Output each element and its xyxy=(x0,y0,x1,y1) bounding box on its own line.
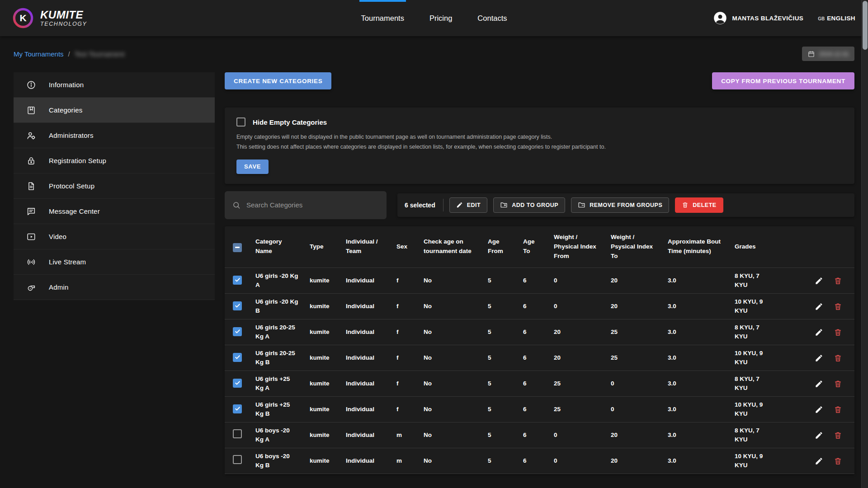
table-row[interactable]: U6 girls +25 Kg B kumite Individual f No… xyxy=(225,397,854,422)
delete-button[interactable]: DELETE xyxy=(675,197,723,213)
cell-bout-time: 3.0 xyxy=(662,268,729,294)
row-checkbox[interactable] xyxy=(233,429,242,438)
cell-type: kumite xyxy=(304,397,340,422)
table-row[interactable]: U6 girls -20 Kg B kumite Individual f No… xyxy=(225,294,854,319)
sidebar-item-categories[interactable]: Categories xyxy=(14,98,215,123)
cell-individual-team: Individual xyxy=(340,319,391,345)
cell-sex: f xyxy=(391,345,418,371)
search-categories-input[interactable] xyxy=(246,201,379,209)
selected-count: 6 selected xyxy=(405,202,435,209)
col-header-age-to: Age To xyxy=(518,226,548,268)
table-row[interactable]: U6 girls 20-25 Kg A kumite Individual f … xyxy=(225,319,854,345)
cell-grades: 8 KYU, 7 KYU xyxy=(729,422,778,448)
search-categories-box[interactable] xyxy=(225,191,387,219)
edit-row-icon[interactable] xyxy=(811,376,826,391)
table-row[interactable]: U6 boys -20 Kg A kumite Individual m No … xyxy=(225,422,854,448)
delete-row-icon[interactable] xyxy=(830,273,845,288)
add-to-group-button[interactable]: ADD TO GROUP xyxy=(493,197,565,213)
create-new-categories-button[interactable]: CREATE NEW CATEGORIES xyxy=(225,72,331,89)
delete-row-icon[interactable] xyxy=(830,427,845,443)
cell-type: kumite xyxy=(304,294,340,319)
cell-category-name: U6 boys -20 Kg A xyxy=(250,422,304,448)
table-row[interactable]: U6 boys -20 Kg B kumite Individual m No … xyxy=(225,448,854,474)
sidebar-item-administrators[interactable]: Administrators xyxy=(14,123,215,148)
remove-from-groups-button[interactable]: REMOVE FROM GROUPS xyxy=(571,197,669,213)
brand[interactable]: K KUMITE TECHNOLOGY xyxy=(13,0,352,36)
search-icon xyxy=(232,201,241,210)
sidebar-item-message-center[interactable]: Message Center xyxy=(14,199,215,224)
tournament-date-chip[interactable]: 2024-12-31 xyxy=(802,47,855,61)
row-checkbox[interactable] xyxy=(233,379,242,388)
delete-row-icon[interactable] xyxy=(830,324,845,340)
check-icon xyxy=(235,380,241,386)
cell-weight-from: 0 xyxy=(548,448,605,474)
sidebar-item-admin[interactable]: Admin xyxy=(14,275,215,300)
sidebar-item-live-stream[interactable]: Live Stream xyxy=(14,249,215,275)
user-name[interactable]: MANTAS BLAŽEVIČIUS xyxy=(732,15,804,22)
edit-row-icon[interactable] xyxy=(811,427,826,443)
row-checkbox[interactable] xyxy=(233,353,242,362)
edit-row-icon[interactable] xyxy=(811,299,826,314)
nav-tournaments[interactable]: Tournaments xyxy=(352,0,413,36)
edit-row-icon[interactable] xyxy=(811,324,826,340)
sidebar-item-registration-setup[interactable]: Registration Setup xyxy=(14,148,215,174)
edit-row-icon[interactable] xyxy=(811,453,826,469)
copy-from-previous-tournament-button[interactable]: COPY FROM PREVIOUS TOURNAMENT xyxy=(712,72,854,89)
edit-row-icon[interactable] xyxy=(811,273,826,288)
edit-row-icon[interactable] xyxy=(811,350,826,366)
table-row[interactable]: U6 girls -20 Kg A kumite Individual f No… xyxy=(225,268,854,294)
cell-check-age: No xyxy=(418,397,482,422)
page-actions-row: CREATE NEW CATEGORIES COPY FROM PREVIOUS… xyxy=(225,72,854,89)
cell-age-from: 5 xyxy=(482,422,518,448)
nav-pricing[interactable]: Pricing xyxy=(420,0,461,36)
info-icon xyxy=(26,80,36,90)
language-selector[interactable]: GB ENGLISH xyxy=(818,15,855,22)
cell-age-from: 5 xyxy=(482,268,518,294)
main-nav: Tournaments Pricing Contacts xyxy=(352,0,516,36)
cell-grades: 8 KYU, 7 KYU xyxy=(729,371,778,397)
cell-category-name: U6 girls 20-25 Kg A xyxy=(250,319,304,345)
delete-row-icon[interactable] xyxy=(830,299,845,314)
account-avatar-icon[interactable] xyxy=(713,11,727,25)
hide-empty-categories-row[interactable]: Hide Empty Categories xyxy=(236,117,843,127)
cell-category-name: U6 girls +25 Kg B xyxy=(250,397,304,422)
edit-row-icon[interactable] xyxy=(811,402,826,417)
nav-contacts[interactable]: Contacts xyxy=(468,0,516,36)
hide-empty-categories-checkbox[interactable] xyxy=(236,117,245,127)
row-checkbox[interactable] xyxy=(233,404,242,413)
sidebar-item-protocol-setup[interactable]: Protocol Setup xyxy=(14,174,215,199)
delete-row-icon[interactable] xyxy=(830,376,845,391)
cell-weight-from: 0 xyxy=(548,294,605,319)
svg-text:K: K xyxy=(19,13,27,23)
cell-age-from: 5 xyxy=(482,319,518,345)
page-scrollbar[interactable] xyxy=(861,0,868,488)
delete-row-icon[interactable] xyxy=(830,453,845,469)
setting-description-line1: Empty categories will not be displayed i… xyxy=(236,133,843,141)
row-checkbox[interactable] xyxy=(233,301,242,310)
cell-sex: m xyxy=(391,422,418,448)
cell-age-to: 6 xyxy=(518,345,548,371)
sidebar-item-information[interactable]: Information xyxy=(14,72,215,98)
delete-row-icon[interactable] xyxy=(830,350,845,366)
main-content: CREATE NEW CATEGORIES COPY FROM PREVIOUS… xyxy=(225,72,854,474)
scrollbar-thumb[interactable] xyxy=(863,1,868,50)
select-all-checkbox[interactable] xyxy=(233,243,242,252)
cell-grades: 8 KYU, 7 KYU xyxy=(729,319,778,345)
row-checkbox[interactable] xyxy=(233,455,242,464)
save-button[interactable]: SAVE xyxy=(236,160,269,174)
manage-accounts-icon xyxy=(26,131,36,141)
nav-pricing-label: Pricing xyxy=(429,14,452,23)
cell-category-name: U6 girls -20 Kg A xyxy=(250,268,304,294)
sidebar-item-label: Categories xyxy=(49,106,83,114)
cell-age-from: 5 xyxy=(482,294,518,319)
breadcrumb-my-tournaments[interactable]: My Tournaments xyxy=(14,50,64,58)
sidebar-item-label: Information xyxy=(49,81,84,89)
table-row[interactable]: U6 girls 20-25 Kg B kumite Individual f … xyxy=(225,345,854,371)
sidebar-item-video[interactable]: Video xyxy=(14,224,215,249)
table-row[interactable]: U6 girls +25 Kg A kumite Individual f No… xyxy=(225,371,854,397)
row-checkbox[interactable] xyxy=(233,276,242,285)
categories-toolbar: 6 selected EDIT ADD TO GROUP REMOVE xyxy=(225,191,854,219)
edit-button[interactable]: EDIT xyxy=(449,197,487,213)
delete-row-icon[interactable] xyxy=(830,402,845,417)
row-checkbox[interactable] xyxy=(233,327,242,336)
